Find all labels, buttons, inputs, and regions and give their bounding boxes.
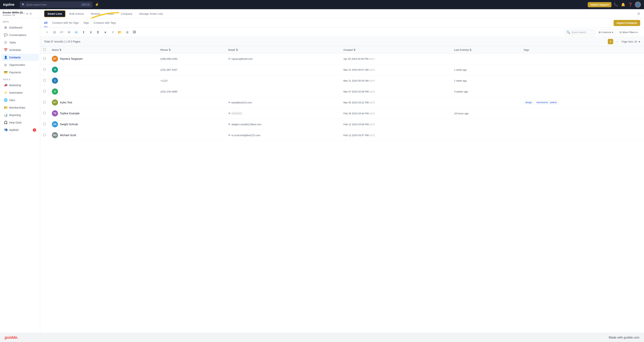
grid-icon[interactable]: ⊞ — [124, 29, 130, 35]
tags-col-header: Tags — [520, 46, 644, 54]
row-checkbox[interactable] — [43, 79, 46, 82]
quick-search-bar[interactable]: 🔍 Quick search — [564, 29, 595, 35]
row-checkbox[interactable] — [43, 112, 46, 114]
filter-icon[interactable]: ⊟ — [51, 29, 58, 35]
page-next-button[interactable]: › — [615, 39, 620, 44]
support-button[interactable]: topline Support — [588, 2, 612, 7]
contact-tag[interactable]: design — [524, 100, 534, 104]
lightning-icon[interactable]: ⚡ — [95, 2, 99, 7]
filter-icon: ⊟ — [620, 31, 622, 34]
bell-icon[interactable]: 🔔 — [620, 2, 626, 8]
row-checkbox[interactable] — [43, 123, 46, 125]
sidebar-item-payments[interactable]: 💳 Payments — [1, 69, 39, 76]
table-info-row: Total 47 records | 1 of 3 Pages 1 › Page… — [40, 37, 644, 46]
contact-cell[interactable]: TE Topline Example — [52, 110, 154, 116]
sort-icon[interactable]: ⇅ — [236, 48, 238, 51]
message-icon[interactable]: ✉ — [66, 29, 72, 35]
workspace-header[interactable]: Dunder Mifflin [D... Scranton, PA ▾ ⊟ — [0, 9, 40, 18]
sort-icon[interactable]: ⇅ — [354, 48, 356, 51]
row-checkbox[interactable] — [43, 90, 46, 92]
filter-tab-tags[interactable]: Tags — [83, 19, 89, 27]
sidebar-item-label: Mailfold — [9, 128, 18, 132]
row-checkbox[interactable] — [43, 101, 46, 104]
sidebar-item-reporting[interactable]: 📊 Reporting — [1, 112, 39, 118]
sidebar-item-sites[interactable]: 🌐 Sites — [1, 96, 39, 104]
sidebar-item-dashboard[interactable]: ⊞ Dashboard — [1, 24, 39, 31]
upload-icon[interactable]: ⬆ — [80, 29, 86, 35]
sidebar-item-tasks[interactable]: ☑ Tasks — [1, 39, 39, 46]
import-icon[interactable]: 📂 — [117, 29, 123, 35]
row-checkbox[interactable] — [43, 57, 46, 60]
contact-last-activity: 1 week ago — [454, 79, 467, 82]
guidde-tagline: Made with guidde.com — [609, 336, 640, 339]
tab-smart-lists[interactable]: Smart Lists — [44, 10, 66, 17]
import-contacts-button[interactable]: Import Contacts — [614, 20, 640, 26]
sidebar-item-mailfold[interactable]: 📬 Mailfold 1 — [1, 126, 39, 134]
contact-cell[interactable]: DS Dwight Schrute — [52, 121, 154, 127]
contact-tag[interactable]: mechanical - padres — [534, 100, 558, 104]
sidebar-item-scheduler[interactable]: 📅 Scheduler — [1, 46, 39, 54]
star-icon[interactable]: ★ — [102, 29, 108, 35]
filter-tab-with-tags[interactable]: Contacts with Tags — [94, 19, 116, 27]
sub-nav: Smart Lists Bulk Actions Restore Tasks C… — [40, 9, 644, 18]
sidebar-item-label: Help Desk — [9, 121, 22, 124]
contact-cell[interactable]: MS Michael Scott — [52, 132, 154, 138]
sidebar-item-conversations[interactable]: 💬 Conversations — [1, 32, 39, 38]
select-all-checkbox[interactable] — [43, 48, 46, 51]
name-col-header: Name ⇅ — [49, 46, 157, 54]
user-avatar[interactable]: 👤 — [635, 2, 641, 8]
settings-icon[interactable]: ⚙ — [637, 12, 640, 16]
contact-cell[interactable]: KT Kyles Test — [52, 100, 154, 106]
help-icon[interactable]: ❓ — [628, 2, 633, 8]
page-1-button[interactable]: 1 — [608, 39, 613, 44]
sort-icon[interactable]: ⇅ — [59, 48, 62, 51]
filter-tab-no-tags[interactable]: Contacts with No Tags — [52, 19, 79, 27]
image-icon[interactable]: 🖼 — [131, 29, 138, 35]
sidebar-item-label: Payments — [9, 71, 21, 74]
contacts-table: Name ⇅ Phone ⇅ Email ⇅ Created ⇅ Last Ac… — [40, 46, 644, 141]
chevron-down-icon: ▾ — [636, 31, 638, 34]
row-checkbox[interactable] — [43, 68, 46, 71]
sidebar-item-helpdesk[interactable]: 🎧 Help Desk — [1, 119, 39, 126]
more-filters-button[interactable]: ⊟ More Filters ▾ — [617, 30, 640, 35]
contact-created: Feb 12 2024 03:59 PM (EST) — [344, 123, 375, 126]
add-icon[interactable]: + — [44, 29, 50, 35]
export-icon[interactable]: ↗ — [110, 29, 116, 35]
global-search-bar[interactable]: 🔍 Quick search here Ctrl + K — [20, 2, 92, 8]
email-icon[interactable]: 📧 — [73, 29, 79, 35]
page-size-chevron[interactable]: ▾ — [639, 40, 640, 44]
tab-company[interactable]: Company — [118, 11, 135, 17]
app-logo: topline — [3, 3, 14, 7]
contact-cell[interactable]: i2 — [52, 88, 154, 94]
sidebar-item-memberships[interactable]: 🎫 Memberships — [1, 104, 39, 111]
tag-icon[interactable]: 🏷 — [58, 29, 65, 35]
sidebar-item-contacts[interactable]: 👤 Contacts — [1, 54, 39, 61]
email-col-header: Email ⇅ — [225, 46, 340, 54]
tab-bulk-actions[interactable]: Bulk Actions — [66, 11, 87, 17]
phone-col-header: Phone ⇅ — [157, 46, 225, 54]
payments-icon: 💳 — [4, 70, 7, 74]
contact-cell[interactable]: i8 — [52, 67, 154, 73]
tab-tasks[interactable]: Tasks — [104, 11, 117, 17]
chevron-down-icon: ▾ — [26, 12, 28, 15]
table-row: MS Michael Scott ✉m.scott.test@test123.c… — [40, 130, 644, 141]
sidebar-item-marketing[interactable]: 📣 Marketing — [1, 82, 39, 89]
sort-icon[interactable]: ⇅ — [470, 48, 472, 51]
sidebar-item-automation[interactable]: ⚡ Automation — [1, 89, 39, 96]
contact-last-activity: 18 hours ago — [454, 112, 469, 115]
sidebar-item-opportunities[interactable]: ◎ Opportunities — [1, 61, 39, 68]
contact-cell[interactable]: 1 — [52, 78, 154, 84]
contact-name: Michael Scott — [60, 134, 76, 137]
tab-manage-smart-lists[interactable]: Manage Smart Lists — [136, 11, 166, 17]
download-icon[interactable]: ⬇ — [88, 29, 94, 35]
row-checkbox[interactable] — [43, 134, 46, 136]
contact-cell[interactable]: RT Raynera Targaryen — [52, 56, 154, 62]
tab-restore[interactable]: Restore — [88, 11, 104, 17]
filter-tab-all[interactable]: All — [44, 19, 48, 27]
phone-icon[interactable]: 📞 — [613, 2, 619, 8]
mailfold-icon: 📬 — [4, 128, 7, 132]
sort-icon[interactable]: ⇅ — [169, 48, 171, 51]
layout-icon[interactable]: ⊟ — [29, 12, 32, 16]
delete-icon[interactable]: 🗑 — [95, 29, 101, 35]
columns-button[interactable]: ⊞ Columns ▾ — [596, 30, 616, 35]
